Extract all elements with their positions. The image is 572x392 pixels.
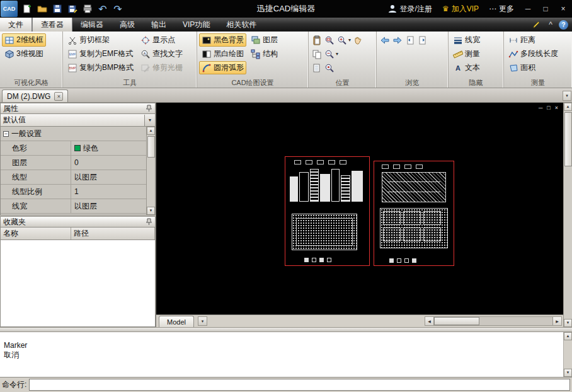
hide-measure-button[interactable]: 测量	[450, 47, 483, 61]
undo-button[interactable]: ↶	[95, 1, 110, 16]
pan-button[interactable]	[352, 34, 363, 46]
favorites-path-column[interactable]: 路径	[71, 228, 155, 239]
vip-button[interactable]: ♛ 加入VIP	[438, 1, 483, 17]
measure-distance-button[interactable]: 距离	[506, 33, 561, 47]
show-points-button[interactable]: 显示点	[138, 33, 185, 47]
zoom-in-caret-icon[interactable]: ▾	[348, 38, 351, 43]
property-row-lineweight[interactable]: 线宽 以图层	[1, 199, 155, 214]
view-3d-button[interactable]: 3维视图	[2, 47, 46, 61]
paste-button[interactable]	[311, 34, 323, 46]
layout-list-dropdown-button[interactable]: ▾	[198, 316, 207, 326]
menu-tab-related-software[interactable]: 相关软件	[218, 18, 265, 32]
menu-tab-viewer[interactable]: 查看器	[32, 18, 72, 32]
vscrollbar-thumb[interactable]	[564, 112, 572, 166]
collapse-group-icon[interactable]: −	[3, 131, 9, 137]
clip-frame-button[interactable]: 剪切框架	[65, 33, 136, 47]
drawing-sheet-2[interactable]	[374, 161, 454, 266]
scroll-up-button[interactable]: ▲	[564, 103, 572, 111]
property-value: 0	[74, 158, 79, 167]
previous-view-button[interactable]	[404, 34, 416, 46]
hscrollbar-thumb[interactable]	[434, 317, 479, 325]
scroll-up-button[interactable]: ▲	[564, 332, 572, 340]
property-row-layer[interactable]: 图层 0	[1, 156, 155, 170]
favorites-list[interactable]	[0, 240, 156, 327]
print-button[interactable]	[80, 1, 95, 16]
save-as-button[interactable]	[65, 1, 80, 16]
scroll-down-button[interactable]: ▼	[564, 319, 572, 327]
property-row-color[interactable]: 色彩 绿色	[1, 141, 155, 156]
menu-tab-editor[interactable]: 编辑器	[72, 18, 112, 32]
model-space-tab[interactable]: Model	[159, 316, 194, 327]
minimize-button[interactable]: ─	[520, 1, 536, 16]
zoom-out-caret-icon[interactable]: ▾	[336, 52, 338, 57]
scroll-right-button[interactable]: ▶	[552, 317, 561, 325]
drawing-canvas[interactable]: ─ □ ×	[156, 103, 563, 314]
property-grid-scrollbar[interactable]: ▲ ▼	[146, 127, 155, 215]
doc-restore-icon[interactable]: □	[547, 105, 550, 111]
redo-button[interactable]: ↷	[110, 1, 125, 16]
copy-emf-button[interactable]: EMF 复制为EMF格式	[65, 47, 136, 61]
command-input[interactable]	[29, 379, 570, 391]
menu-tab-output[interactable]: 输出	[143, 18, 174, 32]
hide-text-button[interactable]: A 文本	[450, 61, 483, 74]
command-history-scrollbar[interactable]: ▲ ▼	[563, 332, 572, 377]
zoom-out-button[interactable]	[323, 48, 335, 60]
next-view-button[interactable]	[416, 34, 428, 46]
more-button[interactable]: ⋯ 更多	[484, 1, 518, 17]
new-file-button[interactable]	[20, 1, 35, 16]
property-row-linetype[interactable]: 线型 以图层	[1, 170, 155, 185]
copy-bmp-button[interactable]: BMP 复制为BMP格式	[65, 61, 136, 74]
close-button[interactable]: ×	[555, 1, 571, 16]
maximize-button[interactable]: □	[537, 1, 554, 16]
scroll-up-button[interactable]: ▲	[147, 127, 155, 135]
vertical-scrollbar[interactable]: ▲ ▼	[563, 103, 572, 327]
scroll-left-button[interactable]: ◀	[425, 317, 434, 325]
black-white-drawing-button[interactable]: 黑白绘图	[199, 47, 246, 61]
help-button[interactable]: ?	[559, 20, 568, 30]
save-button[interactable]	[50, 1, 65, 16]
black-background-button[interactable]: 黑色背景	[199, 33, 246, 47]
hscrollbar-track[interactable]	[479, 317, 552, 325]
drawing-sheet-1[interactable]	[285, 156, 370, 266]
menu-tab-file[interactable]: 文件	[0, 18, 32, 32]
wireframe-2d-button[interactable]: 2维线框	[2, 33, 46, 47]
pin-icon[interactable]	[146, 218, 152, 226]
structure-button[interactable]: 结构	[248, 47, 280, 61]
menu-tab-vip-features[interactable]: VIP功能	[174, 18, 218, 32]
scroll-down-button[interactable]: ▼	[564, 369, 572, 377]
favorites-name-column[interactable]: 名称	[1, 228, 71, 239]
scroll-down-button[interactable]: ▼	[147, 207, 155, 215]
measure-polyline-length-button[interactable]: 多段线长度	[506, 47, 561, 61]
document-tab-close-button[interactable]: ×	[54, 92, 63, 101]
property-group-row[interactable]: − 一般设置	[1, 127, 155, 141]
customize-pencil-button[interactable]	[531, 19, 542, 30]
zoom-extents-button[interactable]	[323, 62, 335, 74]
smooth-arc-button[interactable]: 圆滑弧形	[199, 61, 246, 74]
pin-icon[interactable]	[146, 105, 152, 112]
measure-area-button[interactable]: 面积	[506, 61, 561, 74]
collapse-ribbon-button[interactable]: ^	[545, 19, 556, 30]
panel-splitter[interactable]	[0, 327, 572, 332]
copy-page-button[interactable]	[311, 62, 323, 74]
find-text-button[interactable]: A 查找文字	[138, 47, 185, 61]
property-row-linetype-scale[interactable]: 线型比例 1	[1, 185, 155, 199]
doc-close-icon[interactable]: ×	[555, 105, 558, 111]
open-file-button[interactable]	[35, 1, 50, 16]
zoom-in-button[interactable]	[336, 34, 348, 46]
menu-tab-advanced[interactable]: 高级	[112, 18, 143, 32]
horizontal-scrollbar[interactable]: ◀ ▶	[425, 316, 562, 326]
login-button[interactable]: 登录/注册	[383, 1, 437, 17]
doc-minimize-icon[interactable]: ─	[539, 105, 542, 111]
forward-button[interactable]	[391, 34, 403, 46]
back-button[interactable]	[379, 34, 391, 46]
hide-linewidth-button[interactable]: 线宽	[450, 33, 483, 47]
scrollbar-thumb[interactable]	[147, 136, 155, 158]
preset-caret-button[interactable]: ▾	[144, 115, 155, 126]
property-preset-dropdown[interactable]: 默认值 ▾	[0, 114, 156, 127]
document-tab[interactable]: DM (2).DWG ×	[2, 89, 68, 102]
menu-bar: 文件 查看器 编辑器 高级 输出 VIP功能 相关软件 ^ ?	[0, 18, 572, 32]
zoom-window-button[interactable]	[323, 34, 335, 46]
layers-button[interactable]: 图层	[248, 33, 280, 47]
tab-list-dropdown-button[interactable]: ▾	[563, 91, 571, 101]
copy-button[interactable]	[311, 48, 323, 60]
